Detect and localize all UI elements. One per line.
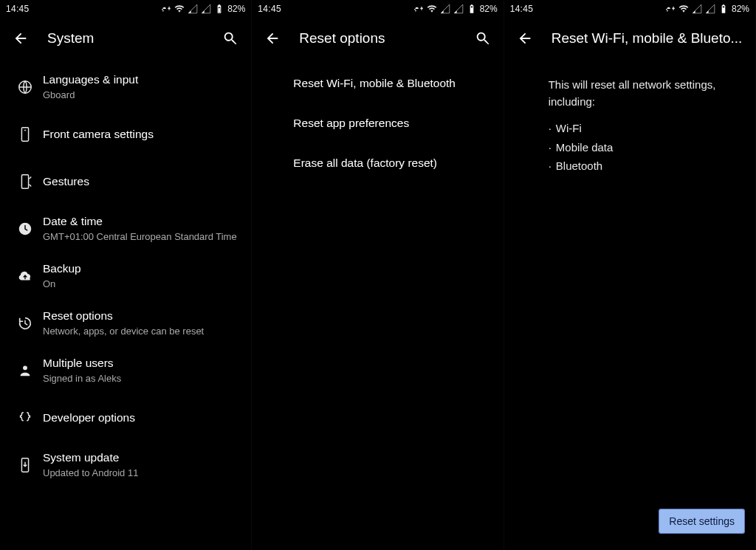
battery-text: 82% xyxy=(227,4,245,14)
bullet-list: Wi-Fi Mobile data Bluetooth xyxy=(504,110,755,176)
item-subtitle: GMT+01:00 Central European Standard Time xyxy=(43,231,239,244)
battery-icon xyxy=(214,4,224,14)
globe-icon xyxy=(7,79,43,95)
svg-rect-9 xyxy=(470,7,472,8)
clock-icon xyxy=(7,221,43,237)
panel-reset-options: 14:45 82% Reset options Reset Wi-Fi, mob… xyxy=(252,0,504,550)
item-multiple-users[interactable]: Multiple users Signed in as Aleks xyxy=(0,347,251,394)
braces-icon xyxy=(7,410,43,426)
page-title: Reset Wi-Fi, mobile & Blueto... xyxy=(549,30,749,47)
status-icons: 82% xyxy=(161,4,245,14)
battery-icon xyxy=(718,4,729,14)
panel-reset-network: 14:45 82% Reset Wi-Fi, mobile & Blueto..… xyxy=(504,0,756,550)
search-button[interactable] xyxy=(468,24,498,53)
item-factory-reset[interactable]: Erase all data (factory reset) xyxy=(252,143,503,183)
item-subtitle: Signed in as Aleks xyxy=(43,373,239,385)
wifi-icon xyxy=(174,4,185,14)
item-front-camera[interactable]: Front camera settings xyxy=(0,111,251,158)
wifi-icon xyxy=(678,4,689,14)
search-icon xyxy=(222,30,238,47)
item-title: Languages & input xyxy=(43,72,239,87)
item-title: Gestures xyxy=(43,174,239,189)
item-subtitle: On xyxy=(43,278,239,291)
status-time: 14:45 xyxy=(258,4,413,14)
status-time: 14:45 xyxy=(6,4,161,14)
item-title: Multiple users xyxy=(43,356,239,371)
app-bar-reset-network: Reset Wi-Fi, mobile & Blueto... xyxy=(504,18,755,59)
status-time: 14:45 xyxy=(510,4,665,14)
back-arrow-icon xyxy=(517,30,533,47)
signal-1-icon xyxy=(188,4,198,14)
item-title: Developer options xyxy=(43,410,239,425)
item-languages-input[interactable]: Languages & input Gboard xyxy=(0,63,251,111)
restore-icon xyxy=(7,315,43,331)
item-developer-options[interactable]: Developer options xyxy=(0,394,251,441)
settings-list: Languages & input Gboard Front camera se… xyxy=(0,59,251,550)
item-title: Front camera settings xyxy=(43,127,239,142)
back-button[interactable] xyxy=(258,24,287,53)
app-bar-reset-options: Reset options xyxy=(252,18,503,59)
person-icon xyxy=(7,362,43,379)
description-text: This will reset all network settings, in… xyxy=(504,59,755,110)
svg-point-7 xyxy=(23,365,27,370)
panel-system: 14:45 82% System Languages & input Gboar… xyxy=(0,0,252,550)
status-bar: 14:45 82% xyxy=(0,0,251,18)
item-system-update[interactable]: System update Updated to Android 11 xyxy=(0,441,251,489)
vpn-key-icon xyxy=(665,4,676,14)
back-arrow-icon xyxy=(13,30,29,47)
item-reset-options[interactable]: Reset options Network, apps, or device c… xyxy=(0,300,251,347)
svg-rect-1 xyxy=(219,8,220,13)
status-icons: 82% xyxy=(665,4,749,14)
cloud-upload-icon xyxy=(7,268,43,284)
svg-point-4 xyxy=(24,130,26,131)
status-bar: 14:45 82% xyxy=(504,0,755,18)
page-title: Reset options xyxy=(296,30,458,47)
item-backup[interactable]: Backup On xyxy=(0,252,251,300)
item-title: Reset options xyxy=(43,309,239,323)
item-title: System update xyxy=(43,450,239,465)
signal-1-icon xyxy=(692,4,702,14)
back-arrow-icon xyxy=(264,30,281,47)
signal-2-icon xyxy=(201,4,211,14)
battery-text: 82% xyxy=(480,4,498,14)
item-title: Date & time xyxy=(43,214,239,229)
item-title: Backup xyxy=(43,261,239,276)
bullet-bluetooth: Bluetooth xyxy=(549,157,738,176)
item-subtitle: Gboard xyxy=(43,89,239,102)
svg-rect-5 xyxy=(21,175,28,188)
status-bar: 14:45 82% xyxy=(252,0,503,18)
battery-text: 82% xyxy=(732,4,749,14)
signal-2-icon xyxy=(453,4,464,14)
vpn-key-icon xyxy=(161,4,171,14)
back-button[interactable] xyxy=(510,24,540,53)
item-reset-app-prefs[interactable]: Reset app preferences xyxy=(252,103,503,143)
gesture-phone-icon xyxy=(7,173,43,190)
status-icons: 82% xyxy=(413,4,498,14)
item-gestures[interactable]: Gestures xyxy=(0,158,251,205)
app-bar-system: System xyxy=(0,18,251,59)
signal-2-icon xyxy=(705,4,715,14)
item-subtitle: Updated to Android 11 xyxy=(43,467,239,480)
bullet-mobile-data: Mobile data xyxy=(549,138,738,157)
reset-settings-button[interactable]: Reset settings xyxy=(659,509,745,534)
item-reset-network[interactable]: Reset Wi-Fi, mobile & Bluetooth xyxy=(252,63,503,103)
svg-rect-3 xyxy=(21,128,28,141)
battery-icon xyxy=(467,4,477,14)
page-title: System xyxy=(44,30,207,47)
signal-1-icon xyxy=(440,4,450,14)
item-date-time[interactable]: Date & time GMT+01:00 Central European S… xyxy=(0,205,251,252)
back-button[interactable] xyxy=(6,24,35,53)
wifi-icon xyxy=(427,4,437,14)
svg-rect-10 xyxy=(723,7,724,8)
search-icon xyxy=(475,30,491,47)
bullet-wifi: Wi-Fi xyxy=(549,119,738,138)
search-button[interactable] xyxy=(216,24,245,53)
reset-list: Reset Wi-Fi, mobile & Bluetooth Reset ap… xyxy=(252,59,503,550)
phone-camera-icon xyxy=(7,126,43,142)
item-subtitle: Network, apps, or device can be reset xyxy=(43,326,239,338)
vpn-key-icon xyxy=(413,4,424,14)
system-update-icon xyxy=(7,457,43,473)
